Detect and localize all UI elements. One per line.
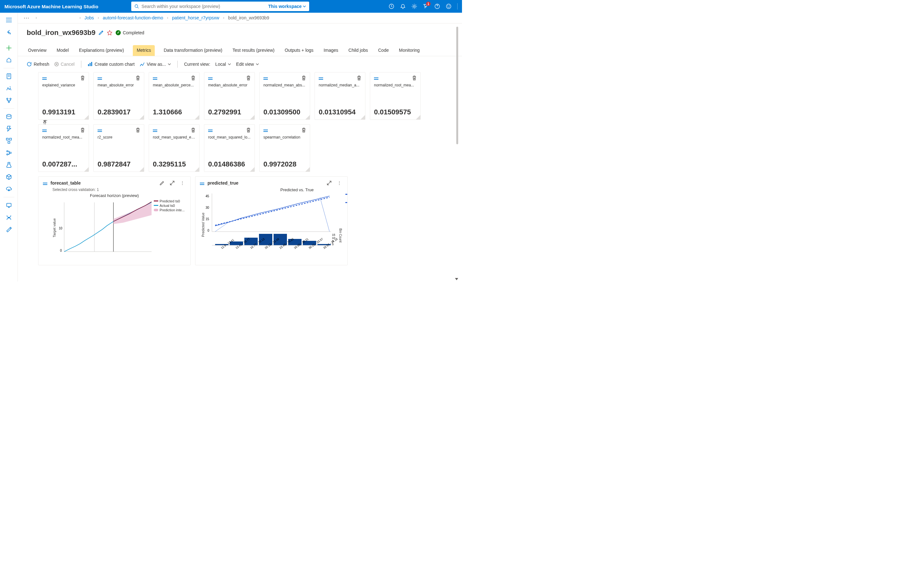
drag-handle-icon[interactable] (263, 130, 268, 130)
svg-rect-18 (9, 152, 11, 153)
metric-card[interactable]: normalized_mean_abs...0.01309500 (259, 72, 310, 120)
expand-chart-icon[interactable] (169, 180, 176, 186)
drag-handle-icon[interactable] (43, 183, 47, 183)
settings-icon[interactable] (411, 3, 417, 9)
search-input[interactable] (141, 4, 266, 9)
breadcrumb-project[interactable]: automl-forecast-function-demo (103, 15, 164, 20)
add-icon[interactable] (3, 43, 15, 53)
expand-chart-icon[interactable] (326, 180, 333, 186)
metric-card[interactable]: r2_score0.9872847 (93, 124, 144, 172)
metric-card[interactable]: normalized_root_mea...0.007287... (38, 124, 89, 172)
delete-icon[interactable] (136, 128, 140, 132)
scroll-down-icon[interactable] (455, 278, 458, 280)
delete-icon[interactable] (302, 76, 306, 80)
more-icon[interactable]: ⋮ (336, 180, 343, 186)
back-icon[interactable] (3, 27, 15, 38)
delete-icon[interactable] (191, 128, 195, 132)
breadcrumb-jobs[interactable]: Jobs (84, 15, 94, 20)
delete-icon[interactable] (80, 128, 85, 132)
check-icon: ✓ (116, 30, 121, 35)
drag-handle-icon[interactable] (98, 130, 102, 130)
designer-icon[interactable] (3, 95, 15, 106)
delete-icon[interactable] (302, 128, 306, 132)
tab-explanations[interactable]: Explanations (preview) (78, 45, 126, 56)
pipeline-icon[interactable] (3, 147, 15, 158)
workspace-scope-dropdown[interactable]: This workspace (268, 4, 306, 9)
tab-data-transformation[interactable]: Data transformation (preview) (162, 45, 224, 56)
divider (457, 3, 458, 9)
notifications-icon[interactable] (400, 3, 406, 9)
help-icon[interactable] (434, 3, 440, 9)
metric-card[interactable]: explained_variance0.9913191 (38, 72, 89, 120)
tab-images[interactable]: Images (322, 45, 340, 56)
models-icon[interactable] (3, 171, 15, 182)
chevron-right-icon: › (79, 16, 81, 20)
jobs-icon[interactable] (3, 123, 15, 134)
notebook-icon[interactable] (3, 71, 15, 82)
delete-icon[interactable] (80, 76, 85, 80)
environments-icon[interactable] (3, 159, 15, 170)
tab-monitoring[interactable]: Monitoring (398, 45, 421, 56)
metric-card[interactable]: median_absolute_error0.2792991 (204, 72, 255, 120)
home-icon[interactable] (3, 55, 15, 65)
drag-handle-icon[interactable] (208, 130, 213, 130)
tab-code[interactable]: Code (377, 45, 390, 56)
edit-chart-icon[interactable] (159, 180, 165, 186)
y-axis-label: Target value (52, 218, 56, 237)
metric-card[interactable]: spearman_correlation0.9972028 (259, 124, 310, 172)
delete-icon[interactable] (357, 76, 361, 80)
labeling-icon[interactable] (3, 224, 15, 235)
drag-handle-icon[interactable] (208, 78, 213, 78)
hamburger-icon[interactable] (3, 15, 15, 26)
create-custom-chart-button[interactable]: Create custom chart (88, 62, 135, 67)
metric-value: 0.2792991 (208, 108, 251, 116)
edit-view-dropdown[interactable]: Edit view (236, 62, 259, 67)
endpoints-icon[interactable] (3, 184, 15, 194)
drag-handle-icon[interactable] (153, 78, 157, 78)
tab-model[interactable]: Model (55, 45, 70, 56)
refresh-button[interactable]: Refresh (27, 62, 49, 67)
metric-card[interactable]: root_mean_squared_er...0.3295115 (149, 124, 200, 172)
recent-icon[interactable] (388, 3, 394, 9)
drag-handle-icon[interactable] (200, 183, 204, 183)
smile-icon[interactable] (446, 3, 452, 9)
data-icon[interactable] (3, 111, 15, 122)
edit-title-icon[interactable] (99, 30, 104, 35)
metric-value: 0.9872847 (98, 160, 140, 168)
star-icon[interactable] (107, 30, 112, 36)
tab-outputs-logs[interactable]: Outputs + logs (284, 45, 315, 56)
breadcrumb-overflow[interactable]: ⋯ (24, 14, 30, 21)
metric-card[interactable]: normalized_root_mea...0.01509575 (370, 72, 421, 120)
automl-icon[interactable] (3, 83, 15, 94)
breadcrumb-parent[interactable]: patient_horse_r7yrpsxw (172, 15, 219, 20)
delete-icon[interactable] (412, 76, 417, 80)
delete-icon[interactable] (191, 76, 195, 80)
view-scope-dropdown[interactable]: Local (215, 62, 231, 67)
tab-child-jobs[interactable]: Child jobs (347, 45, 369, 56)
more-icon[interactable]: ⋮ (179, 180, 186, 186)
feedback-icon[interactable]: 1 (423, 3, 429, 9)
drag-handle-icon[interactable] (263, 78, 268, 78)
tab-overview[interactable]: Overview (27, 45, 48, 56)
drag-handle-icon[interactable] (319, 78, 323, 78)
drag-handle-icon[interactable] (153, 130, 157, 130)
drag-handle-icon[interactable] (374, 78, 378, 78)
delete-icon[interactable] (136, 76, 140, 80)
metric-card[interactable]: mean_absolute_perce...1.310666 (149, 72, 200, 120)
compute-icon[interactable] (3, 200, 15, 211)
drag-handle-icon[interactable] (98, 78, 102, 78)
metric-card[interactable]: mean_absolute_error0.2839017 (93, 72, 144, 120)
delete-icon[interactable] (246, 76, 251, 80)
datastores-icon[interactable] (3, 212, 15, 223)
tab-metrics[interactable]: Metrics (133, 45, 155, 56)
tab-test-results[interactable]: Test results (preview) (231, 45, 276, 56)
view-as-dropdown[interactable]: View as... (140, 62, 171, 67)
components-icon[interactable] (3, 135, 15, 146)
scrollbar[interactable] (456, 27, 458, 144)
drag-handle-icon[interactable] (42, 78, 47, 78)
drag-handle-icon[interactable] (42, 130, 47, 130)
global-search[interactable]: This workspace (131, 2, 309, 11)
delete-icon[interactable] (246, 128, 251, 132)
metric-card[interactable]: normalized_median_a...0.01310954 (315, 72, 365, 120)
metric-card[interactable]: root_mean_squared_lo...0.01486386 (204, 124, 255, 172)
